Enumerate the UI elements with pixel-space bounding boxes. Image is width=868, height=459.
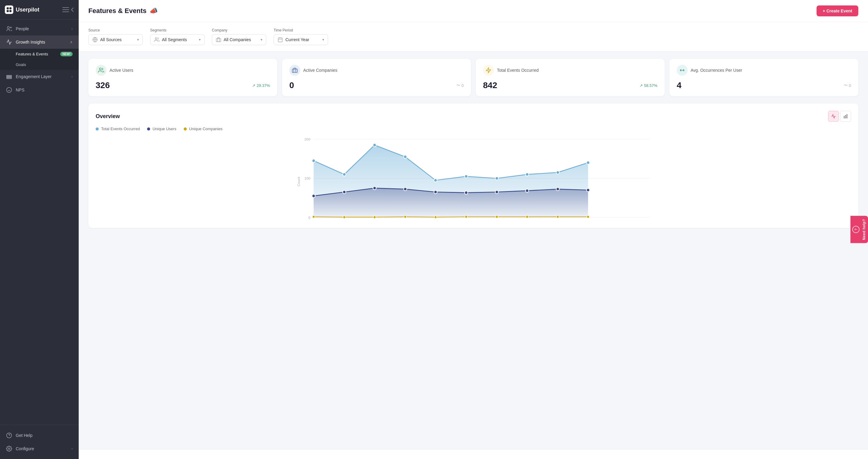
time-period-filter-select[interactable]: Current Year ▾ [274, 34, 328, 45]
features-events-label: Features & Events [16, 52, 48, 56]
sidebar-item-get-help[interactable]: Get Help [0, 429, 79, 442]
sidebar-item-features-events[interactable]: Features & Events NEW! [0, 49, 79, 59]
svg-text:0: 0 [308, 216, 311, 220]
source-filter-value: All Sources [100, 37, 122, 42]
svg-rect-21 [216, 38, 221, 42]
svg-point-54 [373, 186, 376, 190]
logo-icon [5, 5, 13, 14]
svg-point-46 [465, 175, 468, 178]
sidebar-item-people[interactable]: People › [0, 22, 79, 35]
svg-text:Jan 01: Jan 01 [308, 220, 319, 221]
company-filter-select[interactable]: All Companies ▾ [212, 34, 266, 45]
svg-point-60 [556, 187, 560, 191]
svg-point-71 [587, 216, 590, 218]
sidebar-item-growth-insights[interactable]: Growth Insights ∧ [0, 35, 79, 49]
bar-chart-icon [843, 114, 848, 119]
active-users-trend-icon: ↗ [252, 83, 255, 88]
active-companies-trend-icon: 〜 [456, 83, 460, 88]
svg-point-8 [10, 27, 11, 28]
sidebar-item-nps[interactable]: NPS [0, 83, 79, 97]
active-users-value: 326 [96, 81, 110, 90]
sidebar-item-growth-label: Growth Insights [16, 40, 45, 44]
active-users-icon [96, 65, 106, 76]
sidebar-collapse-button[interactable] [62, 7, 74, 12]
svg-rect-2 [7, 10, 9, 12]
svg-point-47 [495, 177, 498, 180]
svg-text:100: 100 [305, 176, 311, 180]
segments-filter-select[interactable]: All Segments ▾ [150, 34, 205, 45]
svg-text:Nov 01: Nov 01 [613, 220, 624, 221]
company-dropdown-arrow-icon: ▾ [260, 37, 262, 42]
time-period-filter-value: Current Year [285, 37, 309, 42]
sidebar-item-goals[interactable]: Goals [0, 59, 79, 70]
engagement-chevron-icon: › [71, 74, 73, 79]
stats-row: Active Users 326 ↗ 29.37% Active Compani… [88, 59, 858, 96]
line-chart-toggle-button[interactable] [828, 111, 839, 122]
svg-rect-11 [7, 78, 12, 79]
sidebar-item-engagement-label: Engagement Layer [16, 74, 52, 79]
legend-item-unique-users: Unique Users [147, 127, 177, 131]
sidebar-item-configure[interactable]: Configure › [0, 442, 79, 455]
svg-point-70 [557, 216, 559, 218]
help-circle-icon: ? [852, 226, 860, 233]
segments-dropdown-arrow-icon: ▾ [199, 37, 200, 42]
overview-chart: 200 100 0 Count [96, 136, 851, 221]
source-filter-select[interactable]: All Sources ▾ [88, 34, 143, 45]
svg-rect-10 [7, 76, 12, 78]
svg-rect-31 [845, 115, 846, 118]
configure-chevron-icon: › [71, 447, 73, 451]
source-filter-icon [92, 37, 98, 42]
svg-point-43 [373, 144, 376, 147]
filters-row: Source All Sources ▾ Segments All Segmen… [79, 22, 868, 52]
source-dropdown-arrow-icon: ▾ [137, 37, 139, 42]
svg-point-48 [525, 173, 529, 176]
svg-point-49 [556, 171, 560, 174]
chart-svg: 200 100 0 Count [96, 136, 851, 221]
overview-title: Overview [96, 113, 120, 120]
segments-filter-group: Segments All Segments ▾ [150, 28, 205, 45]
legend-label-unique-companies: Unique Companies [189, 127, 223, 131]
svg-point-57 [465, 191, 468, 194]
svg-point-17 [8, 448, 10, 450]
stat-card-avg-occurrences: Avg. Occurrences Per User 4 〜 0 [670, 59, 858, 96]
svg-rect-27 [292, 69, 298, 73]
avg-occurrences-trend-icon: 〜 [844, 83, 848, 88]
svg-text:Jun 01: Jun 01 [461, 220, 472, 221]
sidebar-header: Userpilot [0, 0, 79, 20]
active-users-label: Active Users [110, 68, 133, 73]
svg-point-7 [7, 27, 9, 29]
svg-rect-0 [7, 7, 9, 9]
growth-insights-subnav: Features & Events NEW! Goals [0, 49, 79, 70]
chart-legend: Total Events Occurred Unique Users Uniqu… [96, 127, 851, 131]
svg-marker-28 [486, 68, 491, 73]
bar-chart-toggle-button[interactable] [840, 111, 851, 122]
svg-point-15 [7, 433, 12, 438]
svg-rect-32 [846, 115, 847, 118]
avg-occurrences-value: 4 [677, 81, 682, 90]
time-period-filter-label: Time Period [274, 28, 328, 32]
need-help-button[interactable]: Need help? ? [850, 216, 868, 243]
sidebar-item-configure-label: Configure [16, 446, 34, 451]
help-tab-container: Need help? ? [850, 216, 868, 243]
avg-occurrences-label: Avg. Occurrences Per User [691, 68, 742, 73]
legend-item-unique-companies: Unique Companies [184, 127, 223, 131]
company-filter-value: All Companies [224, 37, 251, 42]
new-badge: NEW! [60, 52, 73, 56]
app-logo: Userpilot [5, 5, 39, 14]
page-header: Features & Events 📣 + Create Event [79, 0, 868, 22]
create-event-button[interactable]: + Create Event [816, 5, 858, 17]
svg-point-20 [155, 37, 157, 39]
legend-dot-unique-users [147, 127, 150, 130]
svg-text:Mar 01: Mar 01 [369, 220, 380, 221]
svg-point-61 [587, 188, 590, 192]
time-period-filter-group: Time Period Current Year ▾ [274, 28, 328, 45]
company-filter-group: Company All Companies ▾ [212, 28, 266, 45]
line-chart-icon [831, 114, 836, 119]
svg-point-44 [404, 155, 407, 159]
segments-filter-value: All Segments [162, 37, 187, 42]
sidebar-item-engagement-layer[interactable]: Engagement Layer › [0, 70, 79, 83]
svg-point-45 [434, 179, 437, 182]
svg-point-58 [495, 190, 498, 194]
chart-toggle [828, 111, 851, 122]
svg-point-66 [434, 216, 437, 219]
